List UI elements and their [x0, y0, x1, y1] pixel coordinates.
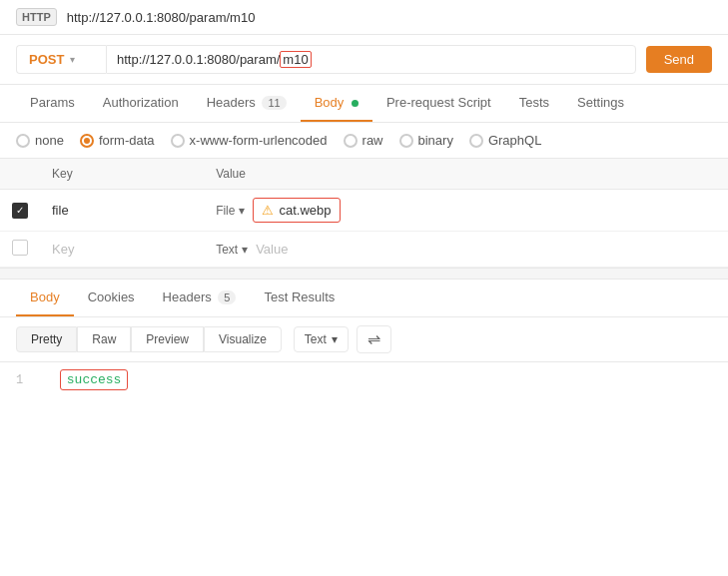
view-controls: Pretty Raw Preview Visualize Text ▾ ⇌ [0, 317, 728, 362]
radio-none[interactable]: none [16, 133, 64, 148]
response-tab-headers[interactable]: Headers 5 [149, 280, 251, 316]
format-chevron-icon: ▾ [332, 332, 338, 346]
table-row: Key Text ▾ Value [0, 232, 728, 268]
row2-checkbox[interactable] [12, 240, 28, 256]
row1-type-label: File [216, 204, 235, 218]
row1-key[interactable]: file [40, 190, 204, 232]
row2-type-label: Text [216, 243, 238, 257]
body-type-row: none form-data x-www-form-urlencoded raw… [0, 123, 728, 159]
url-highlight: m10 [280, 51, 311, 68]
http-badge: HTTP [16, 8, 57, 26]
title-bar: HTTP http://127.0.0.1:8080/param/m10 [0, 0, 728, 35]
body-dot [352, 100, 359, 107]
row2-type-chevron: ▾ [242, 243, 248, 257]
col-checkbox [0, 159, 40, 190]
row1-type-chevron: ▾ [239, 204, 245, 218]
radio-none-circle [16, 134, 30, 148]
format-select-label: Text [305, 332, 327, 346]
row2-value-placeholder: Value [256, 242, 288, 257]
radio-raw-label: raw [363, 133, 383, 148]
view-preview-button[interactable]: Preview [131, 326, 204, 352]
line-number-1: 1 [16, 373, 40, 387]
view-pretty-button[interactable]: Pretty [16, 326, 77, 352]
radio-formdata-label: form-data [99, 133, 155, 148]
radio-formdata[interactable]: form-data [80, 133, 155, 148]
row1-type-select[interactable]: File ▾ [216, 204, 245, 218]
row1-checkbox-cell: ✓ [0, 190, 40, 232]
row1-checkbox[interactable]: ✓ [12, 203, 28, 219]
radio-raw[interactable]: raw [344, 133, 383, 148]
row1-value-highlight[interactable]: ⚠ cat.webp [253, 198, 340, 223]
response-tab-testresults[interactable]: Test Results [250, 280, 349, 316]
response-success-text: success [60, 369, 129, 390]
radio-urlencoded[interactable]: x-www-form-urlencoded [171, 133, 328, 148]
method-select[interactable]: POST ▾ [16, 45, 106, 74]
radio-urlencoded-label: x-www-form-urlencoded [190, 133, 328, 148]
method-label: POST [29, 52, 64, 67]
url-display[interactable]: http://127.0.0.1:8080/param/m10 [106, 45, 636, 74]
radio-graphql-circle [469, 134, 483, 148]
col-value: Value [204, 159, 728, 190]
radio-binary[interactable]: binary [399, 133, 453, 148]
tab-body[interactable]: Body [301, 85, 372, 122]
row2-key[interactable]: Key [40, 232, 204, 268]
warning-icon: ⚠ [262, 203, 274, 218]
section-divider [0, 268, 728, 280]
row2-key-placeholder: Key [52, 242, 74, 257]
radio-graphql-label: GraphQL [488, 133, 541, 148]
radio-binary-circle [399, 134, 413, 148]
row2-type-select[interactable]: Text ▾ [216, 243, 248, 257]
response-tab-cookies[interactable]: Cookies [74, 280, 149, 316]
headers-badge: 11 [262, 96, 286, 110]
response-body: 1 success [0, 362, 728, 397]
response-tab-body[interactable]: Body [16, 280, 74, 316]
format-select[interactable]: Text ▾ [294, 326, 349, 352]
tab-settings[interactable]: Settings [563, 85, 638, 122]
radio-raw-circle [344, 134, 358, 148]
response-nav-tabs: Body Cookies Headers 5 Test Results [0, 280, 728, 317]
row1-value-cell: File ▾ ⚠ cat.webp [204, 190, 728, 232]
request-bar: POST ▾ http://127.0.0.1:8080/param/m10 S… [0, 35, 728, 85]
tab-authorization[interactable]: Authorization [89, 85, 193, 122]
view-raw-button[interactable]: Raw [77, 326, 131, 352]
tab-tests[interactable]: Tests [505, 85, 563, 122]
title-url: http://127.0.0.1:8080/param/m10 [67, 10, 256, 25]
response-headers-badge: 5 [218, 290, 236, 304]
row2-checkbox-cell [0, 232, 40, 268]
row2-value-cell: Text ▾ Value [204, 232, 728, 268]
radio-urlencoded-circle [171, 134, 185, 148]
view-visualize-button[interactable]: Visualize [204, 326, 282, 352]
wrap-icon: ⇌ [367, 331, 380, 347]
radio-formdata-circle [80, 134, 94, 148]
tab-params[interactable]: Params [16, 85, 89, 122]
form-table: Key Value ✓ file File ▾ ⚠ cat.webp [0, 159, 728, 268]
row1-value: cat.webp [279, 203, 331, 218]
request-nav-tabs: Params Authorization Headers 11 Body Pre… [0, 85, 728, 123]
table-row: ✓ file File ▾ ⚠ cat.webp [0, 190, 728, 232]
send-button[interactable]: Send [646, 46, 712, 73]
wrap-button[interactable]: ⇌ [357, 325, 391, 353]
response-line-1: 1 success [16, 372, 712, 387]
tab-headers[interactable]: Headers 11 [193, 85, 301, 122]
radio-binary-label: binary [418, 133, 453, 148]
url-base: http://127.0.0.1:8080/param/ [117, 52, 280, 67]
radio-graphql[interactable]: GraphQL [469, 133, 541, 148]
chevron-down-icon: ▾ [70, 54, 75, 65]
col-key: Key [40, 159, 204, 190]
radio-none-label: none [35, 133, 64, 148]
tab-prerequest[interactable]: Pre-request Script [372, 85, 505, 122]
